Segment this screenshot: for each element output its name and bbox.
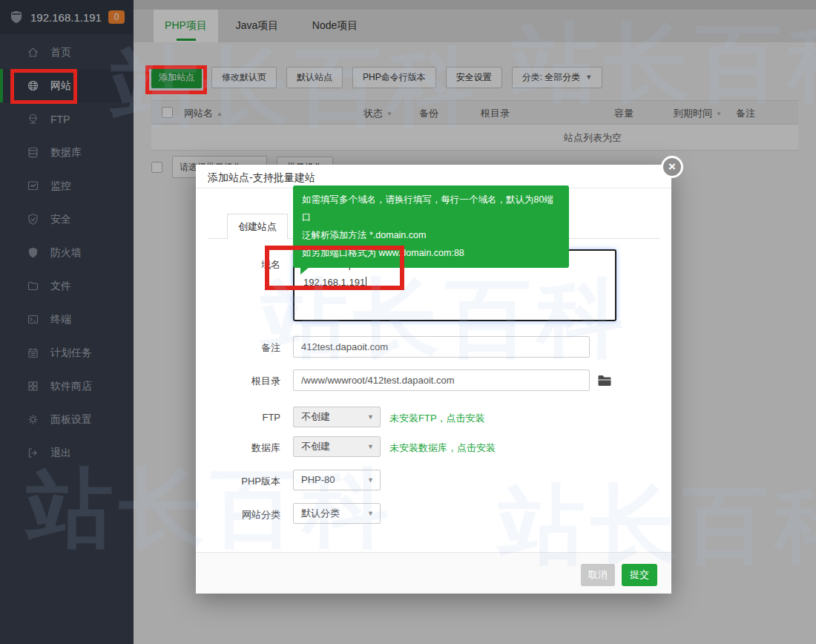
- text-cursor: [366, 277, 366, 287]
- tooltip-line: 泛解析添加方法 *.domain.com: [302, 226, 560, 244]
- browse-folder-icon[interactable]: [597, 374, 612, 387]
- ftp-select[interactable]: 不创建: [293, 407, 381, 427]
- submit-button[interactable]: 提交: [622, 564, 657, 586]
- close-icon[interactable]: [661, 156, 683, 178]
- domain-label: 域名: [214, 258, 280, 272]
- php-version-select[interactable]: PHP-80: [293, 470, 381, 490]
- root-dir-input[interactable]: /www/wwwroot/412test.dapaoit.com: [293, 369, 590, 391]
- note-label: 备注: [214, 341, 280, 355]
- site-category-label: 网站分类: [214, 508, 280, 522]
- site-category-select[interactable]: 默认分类: [293, 503, 381, 524]
- database-label: 数据库: [214, 441, 280, 455]
- root-dir-label: 根目录: [214, 375, 280, 388]
- domain-help-tooltip: 如需填写多个域名，请换行填写，每行一个域名，默认为80端口 泛解析添加方法 *.…: [293, 185, 569, 268]
- note-input[interactable]: 412test.dapaoit.com: [293, 336, 590, 358]
- ftp-label: FTP: [214, 412, 280, 423]
- cancel-button[interactable]: 取消: [581, 564, 615, 586]
- modal-title: 添加站点-支持批量建站: [208, 171, 315, 185]
- tooltip-line: 如需填写多个域名，请换行填写，每行一个域名，默认为80端口: [302, 191, 560, 226]
- modal-footer: 取消 提交: [196, 552, 671, 594]
- tooltip-line: 如另加端口格式为 www.domain.com:88: [302, 244, 560, 262]
- add-site-modal: 添加站点-支持批量建站 创建站点 如需填写多个域名，请换行填写，每行一个域名，默…: [196, 165, 671, 594]
- database-select[interactable]: 不创建: [293, 436, 381, 457]
- database-install-link[interactable]: 未安装数据库，点击安装: [389, 441, 496, 455]
- app-window: 192.168.1.191 0 首页 网站 FTP 数据库 监控: [0, 0, 816, 644]
- ftp-install-link[interactable]: 未安装FTP，点击安装: [389, 412, 485, 425]
- tab-create-site[interactable]: 创建站点: [227, 214, 288, 239]
- php-version-label: PHP版本: [214, 475, 280, 488]
